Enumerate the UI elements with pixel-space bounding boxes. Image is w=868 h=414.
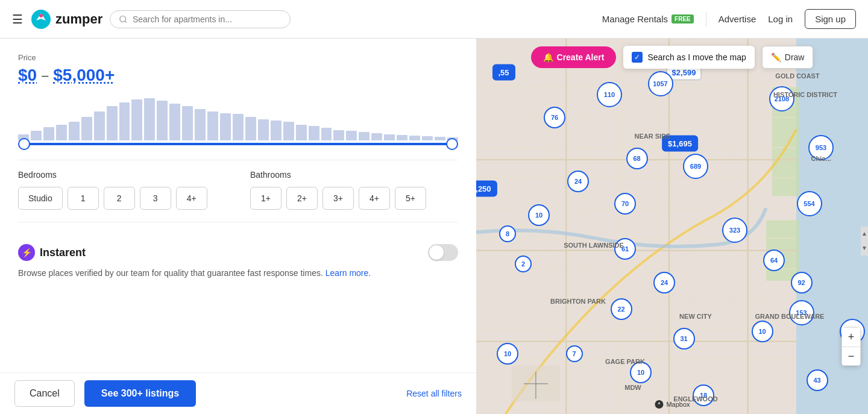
signup-button[interactable]: Sign up <box>805 9 856 29</box>
map-marker-m10[interactable]: 24 <box>567 171 589 192</box>
reset-filters-link[interactable]: Reset all filters <box>406 389 462 398</box>
map-marker-m13[interactable]: 10 <box>528 204 550 226</box>
map-marker-m5[interactable]: 2108 <box>769 86 794 111</box>
histogram-bar <box>69 122 80 140</box>
bedroom-option-1[interactable]: 1 <box>68 187 99 210</box>
map-marker-m28[interactable]: 10 <box>630 362 652 383</box>
cancel-button[interactable]: Cancel <box>14 380 75 407</box>
map-marker-m17[interactable]: 64 <box>763 249 785 271</box>
price-range-track[interactable] <box>24 143 452 145</box>
bedroom-option-2[interactable]: 2 <box>104 187 135 210</box>
map-marker-m18[interactable]: 2 <box>515 256 532 272</box>
map-marker-m29[interactable]: 43 <box>807 369 828 391</box>
map-marker-m3[interactable]: 110 <box>597 82 622 107</box>
map-marker-m26[interactable]: 7 <box>566 345 583 362</box>
map-marker-m16[interactable]: 61 <box>614 238 636 260</box>
map-marker-m27[interactable]: 10 <box>497 343 518 365</box>
see-listings-button[interactable]: See 300+ listings <box>84 380 196 407</box>
price-max[interactable]: $5,000+ <box>53 66 115 85</box>
histogram-bar <box>359 132 370 140</box>
map-marker-m31[interactable]: ,1,250 <box>476 181 497 197</box>
zoom-out-button[interactable]: − <box>841 347 861 366</box>
histogram-bar <box>397 135 407 140</box>
header-right: Manage Rentals FREE Advertise Log in Sig… <box>602 9 856 29</box>
map-marker-m12[interactable]: 70 <box>614 193 636 215</box>
logo-text: zumper <box>55 11 102 27</box>
rooms-row: Bedrooms Studio1234+ Bathrooms 1+2+3+4+5… <box>18 170 458 210</box>
histogram-bar <box>271 121 281 140</box>
histogram-bar <box>220 113 231 141</box>
logo-icon <box>30 8 52 30</box>
advertise-link[interactable]: Advertise <box>719 14 756 24</box>
histogram-bar <box>195 109 206 141</box>
bathroom-option-2+[interactable]: 2+ <box>286 187 318 210</box>
zoom-in-button[interactable]: + <box>841 327 861 347</box>
bathroom-option-5+[interactable]: 5+ <box>395 187 426 210</box>
map-marker-m4[interactable]: 1057 <box>648 71 673 96</box>
bedroom-option-studio[interactable]: Studio <box>18 187 63 210</box>
scroll-up-arrow[interactable]: ▲ <box>861 227 868 241</box>
bathroom-option-3+[interactable]: 3+ <box>322 187 354 210</box>
map-marker-m6[interactable]: 76 <box>544 107 565 128</box>
toggle-knob <box>429 245 444 260</box>
logo[interactable]: zumper <box>30 8 102 30</box>
map-background[interactable]: $2,599$1,6951101057210876953689682455470… <box>476 39 868 414</box>
histogram-bar <box>144 98 155 140</box>
bedrooms-label: Bedrooms <box>18 170 226 180</box>
histogram-bar <box>435 137 445 140</box>
price-min[interactable]: $0 <box>18 66 37 85</box>
login-button[interactable]: Log in <box>768 14 793 24</box>
bathroom-option-1+[interactable]: 1+ <box>250 187 281 210</box>
histogram-bar <box>384 134 395 141</box>
bathrooms-buttons: 1+2+3+4+5+ <box>250 187 458 210</box>
main-layout: Price $0 – $5,000+ Bedrooms <box>0 39 868 414</box>
map-marker-m30[interactable]: 18 <box>693 384 714 406</box>
bathroom-option-4+[interactable]: 4+ <box>359 187 390 210</box>
map-marker-m11[interactable]: 554 <box>797 191 822 216</box>
map-panel[interactable]: 🔔 Create Alert ✓ Search as I move the ma… <box>476 39 868 414</box>
histogram-bar <box>94 111 105 140</box>
scroll-down-arrow[interactable]: ▼ <box>861 241 868 256</box>
svg-point-1 <box>39 14 43 17</box>
histogram-bar <box>131 99 142 140</box>
learn-more-link[interactable]: Learn more. <box>326 268 371 278</box>
map-marker-m20[interactable]: 92 <box>791 272 813 293</box>
instarent-header: ⚡ Instarent <box>18 244 458 261</box>
map-marker-m9[interactable]: 68 <box>626 148 648 169</box>
map-marker-m24[interactable]: 10 <box>752 321 773 342</box>
header: ☰ zumper Manage Rentals FREE Advertise L… <box>0 0 868 39</box>
map-marker-m14[interactable]: 8 <box>499 225 516 242</box>
map-marker-m2[interactable]: $1,695 <box>662 136 698 152</box>
search-as-move-checkbox[interactable]: ✓ Search as I move the map <box>623 46 754 69</box>
instarent-description: Browse places verified by our team for q… <box>18 267 458 280</box>
search-input[interactable] <box>133 14 281 24</box>
manage-rentals[interactable]: Manage Rentals FREE <box>602 14 694 24</box>
create-alert-button[interactable]: 🔔 Create Alert <box>531 46 617 68</box>
histogram-bar <box>422 136 433 140</box>
histogram-bar <box>258 119 269 140</box>
price-label: Price <box>18 53 458 62</box>
histogram-bar <box>182 106 193 140</box>
histogram-bar <box>296 125 307 140</box>
map-marker-m23[interactable]: 31 <box>673 328 695 350</box>
bedroom-option-3[interactable]: 3 <box>140 187 171 210</box>
instarent-toggle[interactable] <box>428 244 458 261</box>
hamburger-icon[interactable]: ☰ <box>12 12 23 27</box>
map-marker-m21[interactable]: 22 <box>611 298 632 320</box>
map-marker-m15[interactable]: 323 <box>722 218 747 243</box>
map-marker-m7[interactable]: 953 <box>808 135 834 160</box>
instarent-section: ⚡ Instarent Browse places verified by ou… <box>18 232 458 286</box>
price-slider-min[interactable] <box>18 138 30 150</box>
histogram-container <box>18 95 458 145</box>
bell-icon: 🔔 <box>543 52 553 62</box>
price-slider-max[interactable] <box>446 138 458 150</box>
header-left: ☰ zumper <box>12 8 291 30</box>
map-marker-m8[interactable]: 689 <box>683 154 708 179</box>
left-panel: Price $0 – $5,000+ Bedrooms <box>0 39 476 414</box>
search-bar[interactable] <box>110 10 291 28</box>
histogram-bar <box>56 125 67 140</box>
draw-button[interactable]: ✏️ Draw <box>762 46 814 69</box>
map-marker-m19[interactable]: 24 <box>653 272 675 293</box>
bedroom-option-4+[interactable]: 4+ <box>176 187 207 210</box>
map-marker-m22[interactable]: 153 <box>789 300 814 325</box>
